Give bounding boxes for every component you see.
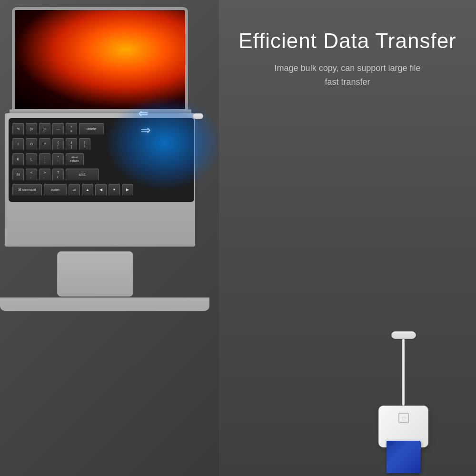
screen-display <box>15 10 185 109</box>
key-semicolon: :; <box>39 153 50 166</box>
key-question: ?/ <box>52 169 64 181</box>
key-cmd: ⌘ command <box>12 184 42 196</box>
key-8: *8 <box>12 123 24 135</box>
key-l: L <box>26 153 37 166</box>
laptop-bottom-bar <box>0 298 209 311</box>
key-quote: "' <box>52 153 64 166</box>
page-title: Efficient Data Transfer <box>238 29 456 61</box>
key-k: K <box>12 153 24 166</box>
key-left: ◀ <box>95 184 107 196</box>
reader-logo-icon: ◻ <box>398 413 409 423</box>
key-i: I <box>12 138 24 150</box>
title-text: Efficient Data Transfer <box>238 29 456 54</box>
key-shift: shift <box>66 169 99 181</box>
key-backslash: |\ <box>79 138 90 150</box>
key-bracket-left: {[ <box>52 138 64 150</box>
keyboard-chassis: *8 (9 )0 — += delete I O P {[ }] |\ <box>5 113 195 247</box>
key-equals: += <box>66 123 77 135</box>
sd-card <box>387 441 421 473</box>
key-less: <, <box>26 169 37 181</box>
sd-card-notch <box>387 441 393 446</box>
key-row-5: ⌘ command option alt ▲ ◀ ▼ ▶ <box>11 183 191 197</box>
key-m: M <box>12 169 24 181</box>
card-reader: ◻ <box>378 406 428 447</box>
laptop-screen <box>12 7 188 112</box>
key-row-4: M <, >. ?/ shift <box>11 168 191 182</box>
key-p: P <box>39 138 50 150</box>
key-minus: — <box>52 123 64 135</box>
subtitle-block: Image bulk copy, can support large file … <box>275 61 421 89</box>
subtitle-line1: Image bulk copy, can support large file <box>275 61 421 75</box>
key-delete: delete <box>79 123 104 135</box>
usb-cable <box>402 339 405 406</box>
right-panel: Efficient Data Transfer Image bulk copy,… <box>219 0 476 476</box>
trackpad <box>57 251 133 297</box>
key-option: option <box>44 184 67 196</box>
key-row-1: *8 (9 )0 — += delete <box>11 122 191 136</box>
key-up: ▲ <box>82 184 93 196</box>
key-bracket-right: }] <box>66 138 77 150</box>
key-down: ▼ <box>109 184 120 196</box>
key-enter: enterreturn <box>66 153 84 166</box>
key-row-2: I O P {[ }] |\ <box>11 137 191 151</box>
usbc-connector <box>391 331 416 339</box>
key-9: (9 <box>26 123 37 135</box>
device-illustration: ◻ <box>378 331 428 447</box>
key-alt: alt <box>69 184 80 196</box>
left-panel: *8 (9 )0 — += delete I O P {[ }] |\ <box>0 0 219 476</box>
key-greater: >. <box>39 169 50 181</box>
key-row-3: K L :; "' enterreturn <box>11 152 191 167</box>
arrow-symbol-up: ⇐ <box>138 107 149 119</box>
key-0: )0 <box>39 123 50 135</box>
key-right: ▶ <box>122 184 133 196</box>
page-container: *8 (9 )0 — += delete I O P {[ }] |\ <box>0 0 476 476</box>
keys-area: *8 (9 )0 — += delete I O P {[ }] |\ <box>9 118 194 202</box>
key-o: O <box>26 138 37 150</box>
usbc-plug-laptop <box>193 113 203 119</box>
subtitle-line2: fast transfer <box>275 75 421 89</box>
arrow-symbol-down: ⇒ <box>140 124 151 136</box>
